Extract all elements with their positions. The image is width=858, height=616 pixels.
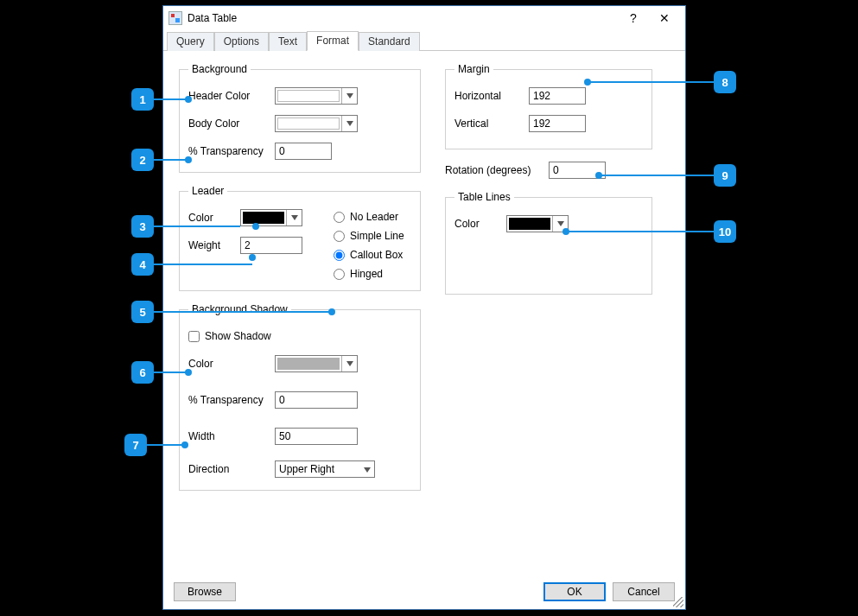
- help-button[interactable]: ?: [618, 8, 649, 29]
- window-title: Data Table: [187, 12, 237, 24]
- group-table-lines-legend: Table Lines: [454, 191, 514, 203]
- header-color-picker[interactable]: [275, 87, 358, 105]
- show-shadow-label: Show Shadow: [205, 330, 271, 342]
- annotation-3: 3: [131, 215, 154, 238]
- body-color-label: Body Color: [188, 117, 275, 130]
- shadow-color-swatch: [277, 358, 340, 370]
- annotation-dot: [252, 223, 259, 230]
- shadow-direction-value: Upper Right: [279, 463, 334, 475]
- leader-color-picker[interactable]: [240, 209, 302, 226]
- chevron-down-icon: [341, 356, 357, 372]
- group-margin: Margin Horizontal Vertical: [445, 63, 652, 149]
- leader-radio-simple-line-input[interactable]: [334, 231, 345, 242]
- tab-options[interactable]: Options: [214, 32, 269, 51]
- leader-radio-simple-line-label: Simple Line: [350, 230, 404, 242]
- annotation-line: [154, 98, 188, 100]
- annotation-dot: [185, 369, 192, 376]
- leader-weight-input[interactable]: [240, 237, 302, 254]
- group-shadow: Background Shadow Show Shadow Color: [179, 303, 421, 491]
- header-color-swatch: [277, 90, 340, 102]
- close-button[interactable]: ✕: [649, 8, 680, 29]
- leader-weight-label: Weight: [188, 239, 240, 251]
- group-leader-legend: Leader: [188, 185, 227, 197]
- annotation-dot: [185, 96, 192, 103]
- resize-grip[interactable]: [673, 597, 683, 607]
- table-lines-color-picker[interactable]: [506, 215, 569, 232]
- table-lines-color-swatch: [509, 218, 550, 230]
- group-margin-legend: Margin: [454, 63, 493, 75]
- tab-format[interactable]: Format: [307, 31, 359, 51]
- annotation-dot: [185, 156, 192, 163]
- annotation-line: [154, 264, 252, 265]
- annotation-line: [588, 81, 714, 83]
- shadow-transparency-input[interactable]: [275, 391, 358, 409]
- dialog-footer: Browse OK Cancel: [163, 575, 685, 609]
- shadow-direction-select[interactable]: Upper Right: [275, 460, 375, 478]
- margin-horizontal-input[interactable]: [529, 87, 586, 105]
- group-leader: Leader Color Weight: [179, 185, 421, 291]
- annotation-6: 6: [131, 361, 154, 384]
- shadow-transparency-label: % Transparency: [188, 394, 275, 406]
- leader-radio-no-leader-input[interactable]: [334, 212, 345, 223]
- annotation-line: [154, 225, 240, 227]
- leader-radio-hinged[interactable]: Hinged: [334, 268, 411, 280]
- shadow-width-input[interactable]: [275, 428, 358, 445]
- tab-standard[interactable]: Standard: [359, 32, 420, 51]
- annotation-dot: [562, 228, 569, 235]
- leader-radio-hinged-label: Hinged: [350, 268, 383, 280]
- annotation-2: 2: [131, 149, 154, 171]
- margin-vertical-input[interactable]: [529, 115, 586, 132]
- tabstrip: Query Options Text Format Standard: [163, 30, 685, 51]
- tab-content-format: Background Header Color Body Color: [163, 51, 685, 575]
- body-color-picker[interactable]: [275, 115, 358, 132]
- app-icon: [168, 11, 182, 25]
- shadow-color-picker[interactable]: [275, 355, 358, 372]
- show-shadow-input[interactable]: [188, 331, 200, 342]
- chevron-down-icon: [341, 88, 357, 104]
- leader-radio-hinged-input[interactable]: [334, 269, 345, 280]
- annotation-line: [154, 159, 188, 161]
- body-color-swatch: [277, 117, 340, 130]
- data-table-dialog: Data Table ? ✕ Query Options Text Format…: [162, 5, 686, 610]
- bg-transparency-label: % Transparency: [188, 145, 275, 157]
- annotation-4: 4: [131, 253, 154, 276]
- annotation-dot: [181, 441, 188, 448]
- annotation-8: 8: [714, 71, 736, 93]
- group-background: Background Header Color Body Color: [179, 63, 421, 173]
- leader-radio-callout-box[interactable]: Callout Box: [334, 249, 411, 261]
- annotation-line: [154, 311, 332, 313]
- annotation-dot: [249, 254, 256, 261]
- show-shadow-checkbox[interactable]: Show Shadow: [188, 330, 271, 342]
- tab-text[interactable]: Text: [269, 32, 307, 51]
- browse-button[interactable]: Browse: [174, 582, 236, 601]
- bg-transparency-input[interactable]: [275, 143, 332, 160]
- annotation-10: 10: [714, 220, 736, 243]
- annotation-dot: [584, 79, 591, 86]
- shadow-direction-label: Direction: [188, 463, 275, 475]
- leader-color-label: Color: [188, 212, 240, 224]
- tab-query[interactable]: Query: [167, 32, 214, 51]
- shadow-color-label: Color: [188, 358, 275, 370]
- leader-radio-simple-line[interactable]: Simple Line: [334, 230, 411, 242]
- annotation-7: 7: [124, 434, 147, 456]
- margin-horizontal-label: Horizontal: [454, 90, 529, 102]
- leader-color-swatch: [243, 212, 284, 224]
- chevron-down-icon: [364, 463, 371, 475]
- leader-radio-no-leader[interactable]: No Leader: [334, 211, 411, 223]
- group-table-lines: Table Lines Color: [445, 191, 652, 295]
- leader-radio-no-leader-label: No Leader: [350, 211, 398, 223]
- header-color-label: Header Color: [188, 90, 275, 102]
- cancel-button[interactable]: Cancel: [613, 582, 675, 601]
- chevron-down-icon: [341, 116, 357, 131]
- group-shadow-legend: Background Shadow: [188, 303, 291, 315]
- ok-button[interactable]: OK: [543, 582, 606, 601]
- rotation-label: Rotation (degrees): [445, 164, 549, 176]
- group-background-legend: Background: [188, 63, 251, 75]
- annotation-dot: [328, 308, 335, 315]
- table-lines-color-label: Color: [454, 218, 506, 230]
- shadow-width-label: Width: [188, 430, 275, 442]
- annotation-dot: [595, 172, 602, 179]
- annotation-line: [147, 444, 185, 446]
- annotation-line: [154, 372, 188, 373]
- leader-radio-callout-box-input[interactable]: [334, 250, 345, 261]
